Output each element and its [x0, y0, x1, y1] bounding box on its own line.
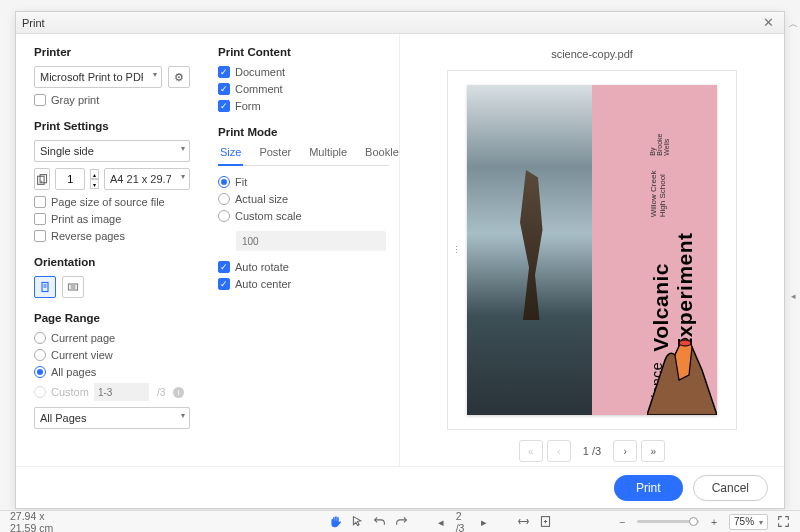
statusbar: 27.94 x 21.59 cm ◂ 2 /3 ▸ − + 75%	[0, 510, 800, 532]
tab-size[interactable]: Size	[218, 146, 243, 166]
orientation-heading: Orientation	[34, 256, 190, 268]
titlebar: Print ✕	[16, 12, 784, 34]
svg-rect-6	[69, 284, 78, 290]
range-custom-input[interactable]	[94, 383, 149, 401]
fit-width-icon[interactable]	[517, 514, 531, 530]
volcano-icon	[647, 325, 717, 415]
content-form-checkbox[interactable]: Form	[218, 100, 389, 112]
preview-page: By Brooke Wells Willow Creek High School…	[467, 85, 717, 415]
page-next-icon[interactable]: ▸	[477, 514, 491, 530]
zoom-out-icon[interactable]: −	[615, 514, 629, 530]
mode-custom-scale[interactable]: Custom scale	[218, 210, 389, 222]
select-tool-icon[interactable]	[350, 514, 364, 530]
range-all-pages[interactable]: All pages	[34, 366, 190, 378]
right-edge-controls: ︿ ◂	[788, 18, 798, 301]
page-prev-icon[interactable]: ◂	[434, 514, 448, 530]
copies-up[interactable]: ▴	[90, 169, 99, 179]
print-dialog: Print ✕ Printer Microsoft Print to PDF ⚙…	[15, 11, 785, 509]
print-button[interactable]: Print	[614, 475, 683, 501]
dialog-title: Print	[22, 17, 45, 29]
orientation-portrait[interactable]	[34, 276, 56, 298]
auto-rotate-checkbox[interactable]: Auto rotate	[218, 261, 389, 273]
print-mode-heading: Print Mode	[218, 126, 389, 138]
range-current-page[interactable]: Current page	[34, 332, 190, 344]
collate-button[interactable]: +	[34, 168, 50, 190]
preview-photo	[467, 85, 592, 415]
mode-actual[interactable]: Actual size	[218, 193, 389, 205]
pager-last[interactable]: »	[641, 440, 665, 462]
status-pages: 2 /3	[456, 510, 470, 533]
info-icon[interactable]: i	[173, 387, 184, 398]
zoom-slider[interactable]	[637, 520, 699, 523]
pager-indicator: 1 /3	[575, 445, 609, 457]
auto-center-checkbox[interactable]: Auto center	[218, 278, 389, 290]
zoom-in-icon[interactable]: +	[707, 514, 721, 530]
mode-fit[interactable]: Fit	[218, 176, 389, 188]
fit-page-icon[interactable]	[539, 514, 553, 530]
status-pagesize: 27.94 x 21.59 cm	[10, 510, 73, 533]
doc-author: By Brooke Wells	[649, 125, 670, 156]
svg-point-9	[679, 340, 691, 346]
rotate-left-icon[interactable]	[372, 514, 386, 530]
tab-poster[interactable]: Poster	[257, 146, 293, 165]
copies-input[interactable]	[55, 168, 85, 190]
preview-filename: science-copy.pdf	[551, 48, 633, 60]
range-filter-select[interactable]: All Pages	[34, 407, 190, 429]
printer-heading: Printer	[34, 46, 190, 58]
collapse-icon[interactable]: ◂	[791, 291, 796, 301]
cancel-button[interactable]: Cancel	[693, 475, 768, 501]
hand-tool-icon[interactable]	[329, 514, 343, 530]
svg-text:+: +	[40, 178, 43, 183]
range-current-view[interactable]: Current view	[34, 349, 190, 361]
copies-down[interactable]: ▾	[90, 179, 99, 189]
content-comment-checkbox[interactable]: Comment	[218, 83, 389, 95]
print-as-image-checkbox[interactable]: Print as image	[34, 213, 190, 225]
collate-icon: +	[36, 173, 49, 186]
scroll-up-icon[interactable]: ︿	[789, 18, 798, 31]
preview-pager: « ‹ 1 /3 › »	[519, 440, 665, 462]
fullscreen-icon[interactable]	[776, 514, 790, 530]
printer-select[interactable]: Microsoft Print to PDF	[34, 66, 162, 88]
pager-first[interactable]: «	[519, 440, 543, 462]
pager-prev[interactable]: ‹	[547, 440, 571, 462]
page-range-heading: Page Range	[34, 312, 190, 324]
printer-settings-button[interactable]: ⚙	[168, 66, 190, 88]
print-settings-heading: Print Settings	[34, 120, 190, 132]
source-size-checkbox[interactable]: Page size of source file	[34, 196, 190, 208]
content-document-checkbox[interactable]: Document	[218, 66, 389, 78]
rotate-right-icon[interactable]	[394, 514, 408, 530]
custom-scale-input	[236, 231, 386, 251]
print-content-heading: Print Content	[218, 46, 389, 58]
paper-select[interactable]: A4 21 x 29.7 cm	[104, 168, 190, 190]
doc-school: Willow Creek High School	[649, 162, 667, 217]
range-custom[interactable]: Custom /3 i	[34, 383, 190, 401]
close-icon[interactable]: ✕	[759, 14, 778, 31]
reverse-pages-checkbox[interactable]: Reverse pages	[34, 230, 190, 242]
side-select[interactable]: Single side	[34, 140, 190, 162]
portrait-icon	[39, 281, 51, 293]
pager-next[interactable]: ›	[613, 440, 637, 462]
landscape-icon	[67, 281, 79, 293]
tab-booklet[interactable]: Booklet	[363, 146, 400, 165]
gear-icon: ⚙	[174, 71, 184, 84]
zoom-select[interactable]: 75%	[729, 514, 768, 530]
tab-multiple[interactable]: Multiple	[307, 146, 349, 165]
preview-pane: ⋮⋮ By Brooke Wells Willow Creek High Sch…	[447, 70, 737, 430]
orientation-landscape[interactable]	[62, 276, 84, 298]
gray-print-checkbox[interactable]: Gray print	[34, 94, 190, 106]
